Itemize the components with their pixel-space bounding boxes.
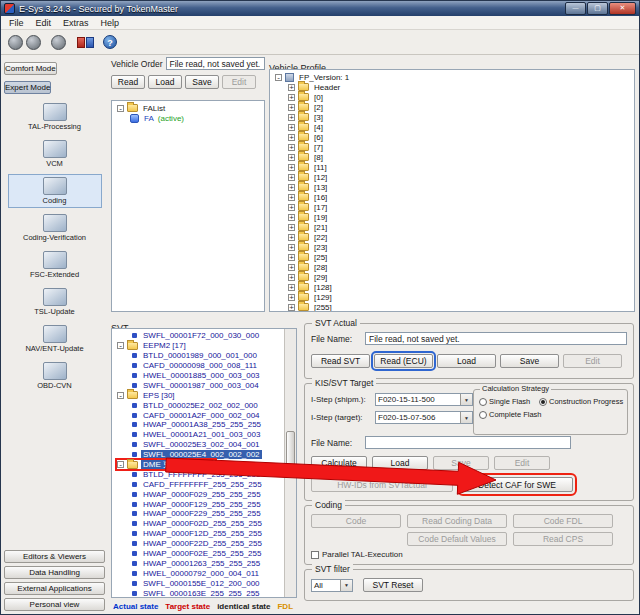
vehicle-profile-tree-item[interactable]: [7] [288, 142, 327, 152]
titlebar[interactable]: E-Sys 3.24.3 - Secured by TokenMaster [1, 1, 639, 16]
svt-edit-button[interactable]: Edit [563, 354, 622, 368]
tool-fsc-extended[interactable]: FSC-Extended [8, 248, 102, 282]
code-fdl-button[interactable]: Code FDL [513, 514, 613, 528]
svt-tree-item[interactable]: SWFL_00001F72_000_030_000 [130, 331, 263, 341]
svt-tree-item[interactable]: CAFD_FFFFFFFF_255_255_255 [130, 479, 266, 489]
vehicle-profile-tree-item[interactable]: [128] [288, 282, 336, 292]
tool-obd-cvn[interactable]: OBD-CVN [8, 359, 102, 393]
vehicle-profile-tree-item[interactable]: [29] [288, 272, 331, 282]
expand-icon[interactable] [288, 184, 295, 191]
expand-icon[interactable] [117, 392, 124, 399]
falist-node[interactable]: FAList [117, 103, 169, 113]
menu-file[interactable]: File [3, 18, 30, 28]
vehicle-profile-tree-item[interactable]: [23] [288, 242, 331, 252]
vehicle-profile-tree-item[interactable]: [28] [288, 262, 331, 272]
expand-icon[interactable] [275, 74, 282, 81]
comfort-mode-button[interactable]: Comfort Mode [4, 62, 57, 75]
svt-tree-item[interactable]: HWAP_00001A38_255_255_255 [130, 420, 265, 430]
connect-button[interactable] [8, 35, 23, 50]
vehicle-profile-tree-item[interactable]: [11] [288, 162, 331, 172]
expand-icon[interactable] [288, 264, 295, 271]
expand-icon[interactable] [288, 234, 295, 241]
istep-target-select[interactable]: F020-15-07-506 ▼ [375, 411, 473, 424]
read-coding-data-button[interactable]: Read Coding Data [407, 514, 507, 528]
menu-edit[interactable]: Edit [30, 18, 58, 28]
vehicle-profile-tree-item[interactable]: [13] [288, 182, 331, 192]
expand-icon[interactable] [288, 204, 295, 211]
scrollbar-thumb[interactable] [286, 431, 295, 475]
svt-tree-item[interactable]: SWFL_0000163E_255_255_255 [130, 588, 264, 598]
calculate-button[interactable]: Calculate [311, 456, 367, 470]
expand-icon[interactable] [288, 244, 295, 251]
data-handling-button[interactable]: Data Handling [4, 566, 105, 579]
vehicle-profile-tree-item[interactable]: [21] [288, 222, 331, 232]
code-default-values-button[interactable]: Code Default Values [407, 532, 507, 546]
svt-tree-item[interactable]: BTLD_000025E2_002_002_000 [130, 400, 262, 410]
refresh-button[interactable] [51, 35, 66, 50]
svt-tree-item[interactable]: SWFL_0000155E_012_200_000 [130, 578, 264, 588]
svt-tree-item[interactable]: HWAP_0000F229_255_255_255 [130, 509, 265, 519]
svt-reset-button[interactable]: SVT Reset [363, 578, 423, 592]
svt-tree-item[interactable]: HWEL_00001A21_001_003_003 [130, 430, 264, 440]
vo-load-button[interactable]: Load [148, 75, 182, 89]
kis-edit-button[interactable]: Edit [494, 456, 550, 470]
svt-tree-item[interactable]: HWAP_0000F029_255_255_255 [130, 489, 265, 499]
expand-icon[interactable] [288, 104, 295, 111]
svt-tree-item[interactable]: EEPM2 [17] [117, 341, 190, 351]
maximize-button[interactable] [587, 2, 608, 15]
expert-mode-button[interactable]: Expert Mode [4, 81, 51, 94]
svt-tree-item[interactable]: HWAP_0000F22D_255_255_255 [130, 539, 266, 549]
svt-scrollbar[interactable] [284, 329, 296, 597]
svt-actual-file-name-field[interactable]: File read, not saved yet. [365, 332, 627, 345]
close-button[interactable] [609, 2, 636, 15]
vehicle-profile-tree-item[interactable]: [25] [288, 252, 331, 262]
expand-icon[interactable] [288, 214, 295, 221]
vo-read-button[interactable]: Read [111, 75, 145, 89]
expand-icon[interactable] [288, 194, 295, 201]
expand-icon[interactable] [288, 274, 295, 281]
expand-icon[interactable] [288, 254, 295, 261]
expand-icon[interactable] [288, 124, 295, 131]
menu-help[interactable]: Help [95, 18, 126, 28]
minimize-button[interactable] [565, 2, 586, 15]
read-svt-button[interactable]: Read SVT [311, 354, 370, 368]
vehicle-profile-tree-item[interactable]: [0] [288, 92, 327, 102]
expand-icon[interactable] [288, 284, 295, 291]
istep-shipment-select[interactable]: F020-15-11-500 ▼ [375, 393, 473, 406]
svt-filter-select[interactable]: All ▼ [311, 579, 353, 592]
svt-tree-item[interactable]: SWFL_000025E3_002_004_001 [130, 440, 264, 450]
vo-save-button[interactable]: Save [185, 75, 219, 89]
detect-caf-for-swe-button[interactable]: Detect CAF for SWE [461, 477, 573, 492]
vehicle-profile-tree-item[interactable]: Header [288, 82, 344, 92]
tool-coding-verification[interactable]: Coding-Verification [8, 211, 102, 245]
parallel-tal-execution-checkbox[interactable]: Parallel TAL-Execution [311, 550, 403, 559]
svt-save-button[interactable]: Save [500, 354, 559, 368]
read-cps-button[interactable]: Read CPS [513, 532, 613, 546]
tool-nav-ent-update[interactable]: NAV/ENT-Update [8, 322, 102, 356]
vehicle-profile-tree-item[interactable]: [19] [288, 212, 331, 222]
kis-load-button[interactable]: Load [372, 456, 428, 470]
fa-node[interactable]: FA (active) [130, 113, 188, 123]
vehicle-profile-tree-item[interactable]: [255] [288, 302, 336, 312]
svt-tree-item[interactable]: HWAP_0000F129_255_255_255 [130, 499, 265, 509]
vehicle-profile-tree-item[interactable]: [12] [288, 172, 331, 182]
tool-coding[interactable]: Coding [8, 174, 102, 208]
vehicle-profile-tree-item[interactable]: [3] [288, 112, 327, 122]
external-applications-button[interactable]: External Applications [4, 582, 105, 595]
svt-load-button[interactable]: Load [437, 354, 496, 368]
expand-icon[interactable] [117, 105, 124, 112]
vehicle-profile-tree-item[interactable]: [2] [288, 102, 327, 112]
single-flash-radio[interactable]: Single Flash [479, 397, 537, 406]
read-ecu-button[interactable]: Read (ECU) [374, 354, 433, 368]
expand-icon[interactable] [117, 461, 124, 468]
svt-tree-item[interactable]: HWEL_00000792_000_004_011 [130, 568, 263, 578]
svt-tree-item[interactable]: HWAP_0000F02D_255_255_255 [130, 519, 266, 529]
svt-tree-item[interactable]: HWAP_0000F02E_255_255_255 [130, 549, 265, 559]
vo-edit-button[interactable]: Edit [222, 75, 256, 89]
editors-viewers-button[interactable]: Editors & Viewers [4, 550, 105, 563]
vehicle-profile-tree-item[interactable]: [16] [288, 192, 331, 202]
vehicle-profile-tree-item[interactable]: [8] [288, 152, 327, 162]
tool-tal-processing[interactable]: TAL-Processing [8, 100, 102, 134]
expand-icon[interactable] [288, 114, 295, 121]
expand-icon[interactable] [117, 342, 124, 349]
